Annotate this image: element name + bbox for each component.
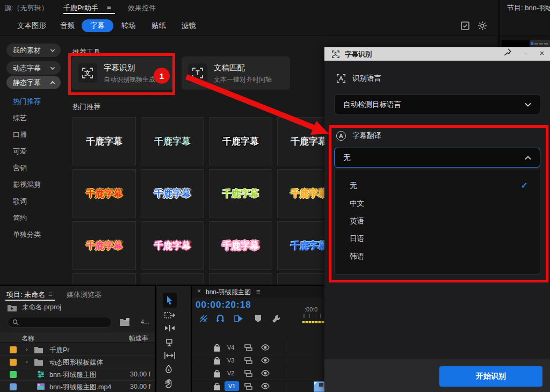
pen-tool[interactable] [164, 365, 175, 375]
timeline-tab-label[interactable]: bnn-羽绒服主图 [206, 288, 251, 297]
track-label[interactable]: V1 [225, 381, 239, 391]
tab-subtitles[interactable]: 字幕 [82, 19, 113, 32]
track-label[interactable]: V2 [227, 370, 234, 376]
sidebar-item-marketing[interactable]: 营销 [13, 163, 27, 173]
subtitle-template[interactable]: 千鹿字幕 [141, 221, 204, 270]
subtitle-template[interactable]: 千鹿字幕 [209, 221, 272, 270]
close-icon[interactable]: × [536, 48, 548, 59]
razor-tool[interactable] [164, 338, 175, 348]
selection-tool[interactable] [163, 293, 177, 308]
source-target-icon[interactable] [244, 357, 252, 364]
subtitle-template[interactable] [209, 273, 272, 285]
track-label[interactable]: V3 [227, 357, 234, 364]
clip-fragment[interactable] [314, 381, 325, 392]
label-chip[interactable] [10, 346, 17, 353]
subtitle-template[interactable]: 千鹿字幕 [73, 169, 136, 217]
sidebar-group-static-subtitles[interactable]: 静态字幕 [6, 76, 61, 89]
subtitle-template[interactable]: 千鹿字幕 [73, 221, 136, 270]
label-chip[interactable] [10, 359, 17, 366]
new-bin-icon[interactable] [119, 317, 130, 326]
settings-gear-icon[interactable] [477, 20, 488, 31]
timeline-menu-icon[interactable]: ≡ [256, 288, 260, 296]
sidebar-item-voiceover[interactable]: 口播 [13, 130, 27, 140]
sidebar-item-minimal[interactable]: 简约 [13, 213, 27, 223]
search-input[interactable] [8, 317, 112, 328]
lock-icon[interactable] [214, 369, 220, 378]
tab-text-graphics[interactable]: 文本图形 [14, 19, 49, 32]
list-header[interactable]: 名称 帧速率 [0, 332, 155, 343]
table-row[interactable]: › 千鹿Pr [0, 344, 155, 356]
subtitle-template[interactable]: 千鹿字幕 [209, 117, 272, 165]
folder-up-icon[interactable] [8, 304, 17, 311]
option-english[interactable]: 英语 [335, 212, 540, 230]
work-area-bar[interactable] [302, 321, 325, 323]
slip-tool[interactable] [164, 352, 175, 361]
option-korean[interactable]: 韩语 [335, 248, 540, 265]
subtitle-translate-dropdown[interactable]: 无 [334, 148, 540, 168]
dialog-titlebar[interactable]: 文 字幕识别 – × [324, 47, 550, 61]
subtitle-template[interactable]: 千鹿字幕 [141, 169, 204, 217]
panel-menu-icon[interactable]: ≡ [107, 3, 111, 11]
eye-icon[interactable] [261, 383, 270, 389]
tool-card-subtitle-recognition[interactable]: 文 字幕识别 自动识别视频生成字幕 [71, 56, 172, 90]
marker-icon[interactable] [255, 315, 264, 323]
project-menu-icon[interactable]: ≡ [48, 290, 53, 298]
expander-icon[interactable]: › [26, 346, 28, 352]
tab-project[interactable]: 项目: 未命名 [6, 290, 45, 300]
subtitle-template[interactable]: 千鹿字幕 [141, 117, 204, 165]
option-none[interactable]: 无 ✓ [335, 177, 540, 194]
sidebar-group-my-materials[interactable]: 我的素材 [6, 43, 61, 57]
table-row[interactable]: › 动态图形模板媒体 [0, 356, 155, 368]
tab-audio[interactable]: 音频 [57, 19, 78, 32]
tab-stickers[interactable]: 贴纸 [148, 19, 169, 32]
expander-icon[interactable]: › [26, 358, 28, 365]
ripple-edit-tool[interactable] [164, 324, 175, 334]
recognize-language-dropdown[interactable]: 自动检测目标语言 [334, 95, 540, 114]
timeline-settings-wrench-icon[interactable] [272, 315, 281, 323]
lock-icon[interactable] [214, 344, 220, 352]
column-name[interactable]: 名称 [21, 334, 34, 343]
subtitle-template[interactable] [141, 273, 204, 285]
hand-tool[interactable] [164, 379, 175, 389]
table-row[interactable]: bnn-羽绒服主图.mp4 30.00 f [0, 381, 155, 392]
eye-icon[interactable] [261, 344, 270, 351]
sidebar-item-hot[interactable]: 热门推荐 [13, 97, 41, 106]
minimize-icon[interactable]: – [520, 48, 532, 59]
sidebar-item-variety[interactable]: 综艺 [13, 113, 27, 123]
column-framerate[interactable]: 帧速率 [129, 334, 148, 343]
pin-icon[interactable] [502, 48, 513, 59]
tab-media-browser[interactable]: 媒体浏览器 [67, 290, 102, 300]
sidebar-item-film-remix[interactable]: 影视混剪 [13, 180, 41, 190]
option-chinese[interactable]: 中文 [335, 194, 540, 212]
eye-icon[interactable] [261, 357, 270, 364]
linked-selection-icon[interactable] [234, 315, 244, 323]
source-target-icon[interactable] [244, 344, 252, 351]
option-japanese[interactable]: 日语 [335, 230, 540, 248]
label-chip[interactable] [10, 371, 17, 378]
snap-magnet-icon[interactable] [216, 315, 226, 323]
subtitle-template[interactable] [73, 273, 136, 285]
table-row[interactable]: bnn-羽绒服主图 30.00 f [0, 368, 155, 381]
ruler-ticks[interactable] [303, 314, 325, 318]
feedback-icon[interactable] [460, 20, 471, 31]
source-target-icon[interactable] [244, 383, 252, 390]
sidebar-group-dynamic-subtitles[interactable]: 动态字幕 [6, 61, 61, 75]
eye-icon[interactable] [261, 370, 270, 376]
timecode-display[interactable]: 00:00:20:18 [196, 300, 251, 310]
tab-filters[interactable]: 滤镜 [178, 19, 199, 32]
panel-tab-qianlu-assistant[interactable]: 千鹿Pr助手 [63, 3, 98, 13]
track-select-tool[interactable] [164, 311, 175, 321]
tool-card-script-match[interactable]: T 文稿匹配 文本一键对齐时间轴 [182, 56, 290, 90]
subtitle-template[interactable]: 千鹿字幕 [209, 169, 272, 217]
subtitle-template[interactable]: 千鹿字幕 [73, 117, 136, 165]
close-icon[interactable]: × [197, 287, 201, 295]
label-chip[interactable] [10, 383, 17, 390]
sidebar-item-cute[interactable]: 可爱 [13, 147, 27, 156]
sidebar-item-lyrics[interactable]: 歌词 [13, 197, 27, 206]
insert-overwrite-icon[interactable] [199, 315, 209, 323]
panel-tab-source[interactable]: 源:（无剪辑） [4, 3, 48, 13]
panel-tab-effect-controls[interactable]: 效果控件 [128, 3, 156, 13]
source-target-icon[interactable] [244, 370, 252, 377]
lock-icon[interactable] [214, 357, 220, 365]
tab-transitions[interactable]: 转场 [118, 19, 139, 32]
